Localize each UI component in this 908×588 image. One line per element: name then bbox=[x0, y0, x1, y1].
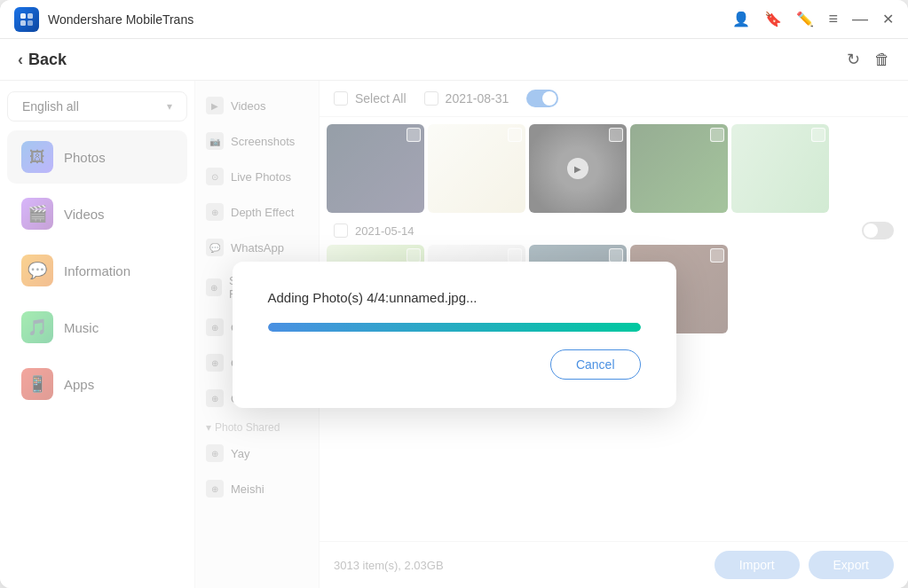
profile-icon[interactable]: 👤 bbox=[732, 11, 750, 27]
edit-icon[interactable]: ✏️ bbox=[796, 11, 814, 27]
title-bar: Wondershare MobileTrans 👤 🔖 ✏️ ≡ — ✕ bbox=[0, 0, 908, 39]
title-bar-controls: 👤 🔖 ✏️ ≡ — ✕ bbox=[732, 10, 894, 28]
delete-icon[interactable]: 🗑 bbox=[874, 51, 890, 69]
back-arrow-icon: ‹ bbox=[18, 51, 23, 69]
svg-rect-0 bbox=[20, 13, 26, 19]
refresh-icon[interactable]: ↻ bbox=[847, 50, 860, 69]
svg-rect-2 bbox=[20, 20, 26, 26]
main-content: ‹ Back ↻ 🗑 English all ▾ 🖼 Photos bbox=[0, 39, 908, 588]
progress-bar-background bbox=[268, 323, 641, 332]
modal-overlay: Adding Photo(s) 4/4:unnamed.jpg... Cance… bbox=[0, 81, 908, 588]
minimize-icon[interactable]: — bbox=[852, 10, 868, 28]
svg-rect-3 bbox=[28, 20, 33, 26]
top-nav: ‹ Back ↻ 🗑 bbox=[0, 39, 908, 81]
svg-rect-1 bbox=[28, 13, 33, 19]
title-bar-left: Wondershare MobileTrans bbox=[14, 7, 193, 32]
modal-dialog: Adding Photo(s) 4/4:unnamed.jpg... Cance… bbox=[233, 262, 676, 408]
top-actions: ↻ 🗑 bbox=[847, 50, 890, 69]
back-button[interactable]: ‹ Back bbox=[18, 51, 67, 69]
app-window: Wondershare MobileTrans 👤 🔖 ✏️ ≡ — ✕ ‹ B… bbox=[0, 0, 908, 588]
cancel-button[interactable]: Cancel bbox=[550, 349, 641, 380]
modal-message: Adding Photo(s) 4/4:unnamed.jpg... bbox=[268, 290, 478, 305]
menu-icon[interactable]: ≡ bbox=[828, 10, 838, 28]
body-area: English all ▾ 🖼 Photos 🎬 Videos 💬 Inform… bbox=[0, 81, 908, 588]
close-icon[interactable]: ✕ bbox=[882, 11, 894, 27]
progress-bar-fill bbox=[268, 323, 641, 332]
bookmark-icon[interactable]: 🔖 bbox=[764, 11, 782, 27]
app-icon bbox=[14, 7, 39, 32]
app-title: Wondershare MobileTrans bbox=[48, 12, 193, 27]
back-label: Back bbox=[28, 51, 67, 69]
modal-actions: Cancel bbox=[268, 349, 641, 380]
